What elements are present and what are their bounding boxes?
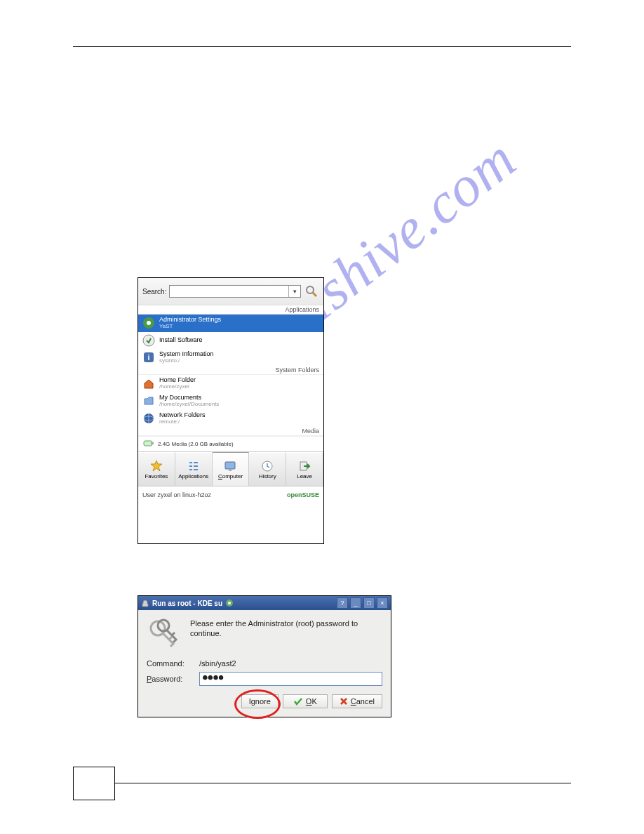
svg-rect-13 — [189, 465, 192, 467]
menu-item-title: Install Software — [159, 337, 203, 344]
star-icon — [149, 459, 163, 473]
svg-rect-14 — [194, 465, 198, 467]
category-media: Media — [138, 427, 323, 436]
svg-point-3 — [147, 321, 151, 325]
close-button[interactable]: × — [377, 597, 388, 609]
footer-user-text: User zyxel on linux-h2oz — [142, 491, 211, 498]
svg-rect-10 — [151, 442, 154, 444]
menu-item-system-information[interactable]: i System Information sysinfo:/ — [138, 349, 323, 366]
checkmark-icon — [293, 697, 303, 706]
opensuse-logo: openSUSE — [287, 491, 319, 498]
svg-rect-16 — [194, 469, 198, 470]
kickoff-footer: User zyxel on linux-h2oz openSUSE — [138, 486, 323, 503]
monitor-icon — [223, 459, 237, 473]
globe-icon — [142, 412, 155, 425]
tab-applications[interactable]: Applications — [175, 452, 213, 486]
dialog-message: Please enter the Administrator (root) pa… — [190, 618, 382, 639]
minimize-button[interactable]: _ — [350, 597, 361, 609]
svg-line-1 — [313, 293, 316, 296]
info-icon: i — [142, 351, 155, 364]
search-input[interactable]: ▾ — [169, 285, 301, 298]
ok-button[interactable]: OK — [283, 694, 328, 708]
menu-item-sub: /home/zyxel — [159, 384, 196, 390]
svg-rect-12 — [194, 462, 198, 463]
cancel-button[interactable]: Cancel — [332, 694, 382, 708]
command-value: /sbin/yast2 — [199, 659, 382, 668]
svg-point-0 — [307, 286, 314, 293]
page-top-rule — [73, 46, 571, 47]
keys-icon — [147, 618, 182, 649]
menu-item-sub: YaST — [159, 324, 221, 330]
yast-icon — [142, 317, 155, 329]
search-row: Search: ▾ — [138, 278, 323, 305]
menu-item-media[interactable]: 2.4G Media (2.0 GB available) — [138, 436, 323, 451]
tab-favorites[interactable]: Favorites — [138, 452, 175, 486]
tab-history[interactable]: History — [249, 452, 286, 486]
media-label: 2.4G Media (2.0 GB available) — [158, 441, 234, 447]
menu-item-my-documents[interactable]: My Documents /home/zyxel/Documents — [138, 392, 323, 410]
menu-item-network-folders[interactable]: Network Folders remote:/ — [138, 410, 323, 428]
tab-label: Computer — [218, 473, 243, 479]
command-label: Command: — [147, 659, 199, 668]
tab-label: Favorites — [145, 473, 168, 479]
search-icon[interactable] — [304, 284, 319, 299]
tab-leave[interactable]: Leave — [286, 452, 323, 486]
cancel-icon — [340, 697, 348, 706]
menu-item-sub: remote:/ — [159, 419, 206, 425]
dialog-titlebar[interactable]: Run as root - KDE su ? _ □ × — [138, 596, 391, 610]
menu-item-admin-settings[interactable]: Administrator Settings YaST — [138, 315, 323, 332]
search-label: Search: — [142, 288, 166, 296]
search-dropdown-arrow[interactable]: ▾ — [288, 286, 300, 297]
tab-label: Leave — [297, 473, 312, 479]
list-icon — [187, 459, 201, 473]
maximize-button[interactable]: □ — [363, 597, 375, 609]
menu-item-home-folder[interactable]: Home Folder /home/zyxel — [138, 375, 323, 392]
category-applications: Applications — [138, 305, 323, 315]
tab-label: History — [259, 473, 276, 479]
documents-icon — [142, 395, 155, 407]
svg-rect-15 — [189, 469, 192, 470]
menu-item-install-software[interactable]: Install Software — [138, 332, 323, 349]
svg-point-22 — [228, 602, 231, 604]
run-as-root-dialog: Run as root - KDE su ? _ □ × Please ente… — [137, 595, 391, 717]
dialog-title: Run as root - KDE su — [141, 599, 335, 607]
svg-rect-18 — [229, 469, 232, 471]
home-icon — [142, 378, 155, 390]
page-bottom-rule — [115, 783, 571, 783]
menu-item-sub: /home/zyxel/Documents — [159, 402, 219, 408]
usb-icon — [142, 439, 155, 450]
svg-text:i: i — [147, 353, 149, 362]
menu-item-sub: sysinfo:/ — [159, 358, 214, 364]
svg-rect-17 — [225, 462, 235, 469]
install-icon — [142, 334, 155, 347]
tab-label: Applications — [178, 473, 208, 479]
svg-point-4 — [143, 335, 154, 346]
help-button[interactable]: ? — [337, 597, 348, 609]
kickoff-tabs: Favorites Applications Computer History … — [138, 451, 323, 486]
category-system-folders: System Folders — [138, 366, 323, 375]
clock-icon — [260, 459, 274, 473]
tab-computer[interactable]: Computer — [213, 452, 250, 486]
kde-kickoff-menu: Search: ▾ Applications Administrator Set… — [137, 277, 324, 544]
svg-rect-11 — [189, 462, 192, 463]
password-input[interactable]: ●●●● — [199, 672, 382, 686]
page-number-box — [73, 767, 115, 800]
exit-icon — [297, 459, 311, 473]
ignore-button[interactable]: Ignore — [241, 694, 279, 708]
password-label: Password: — [147, 675, 199, 683]
dialog-button-row: Ignore OK Cancel — [147, 694, 382, 708]
